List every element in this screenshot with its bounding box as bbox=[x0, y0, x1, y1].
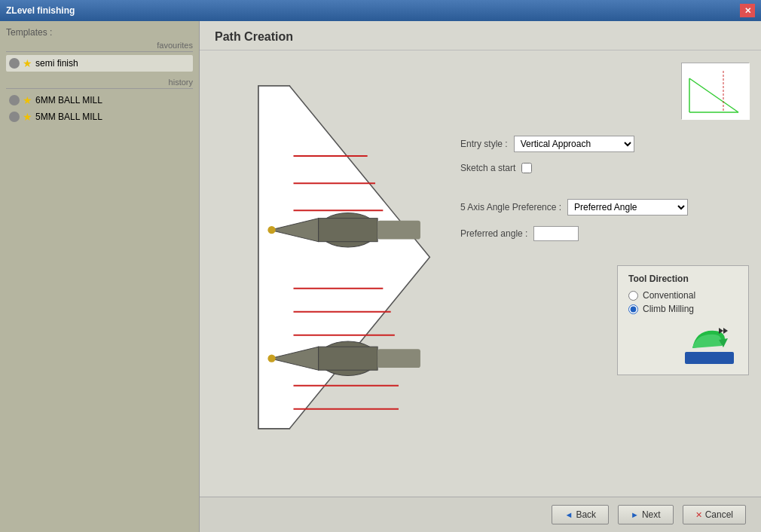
sketch-start-label: Sketch a start bbox=[460, 163, 515, 173]
window-title: ZLevel finishing bbox=[6, 5, 75, 16]
svg-rect-17 bbox=[377, 349, 420, 368]
workpiece-illustration bbox=[212, 63, 445, 436]
svg-point-8 bbox=[267, 226, 275, 234]
sidebar-item-semi-finish[interactable]: ★ semi finish bbox=[6, 55, 193, 72]
svg-rect-25 bbox=[685, 352, 734, 364]
svg-rect-6 bbox=[319, 219, 378, 242]
svg-point-16 bbox=[267, 355, 275, 362]
conventional-label[interactable]: Conventional bbox=[643, 290, 695, 301]
templates-label: Templates : bbox=[6, 27, 193, 38]
entry-style-label: Entry style : bbox=[460, 139, 508, 149]
preferred-angle-row: Preferred angle : 90 bbox=[460, 226, 749, 241]
svg-rect-20 bbox=[682, 63, 750, 120]
back-arrow-icon: ◄ bbox=[564, 510, 573, 519]
conventional-radio[interactable] bbox=[628, 291, 638, 301]
svg-marker-28 bbox=[723, 328, 728, 334]
climb-milling-label[interactable]: Climb Milling bbox=[643, 304, 694, 314]
preferred-angle-label: Preferred angle : bbox=[460, 228, 527, 239]
milling-icon bbox=[681, 322, 738, 367]
axis-angle-label: 5 Axis Angle Preference : bbox=[460, 202, 561, 212]
sidebar-item-label-6mm: 6MM BALL MILL bbox=[35, 95, 102, 105]
cancel-x-icon: ✕ bbox=[695, 510, 702, 520]
sidebar-item-5mm[interactable]: ★ 5MM BALL MILL bbox=[6, 109, 193, 125]
entry-style-row: Entry style : Vertical Approach Horizont… bbox=[460, 136, 749, 152]
axis-angle-row: 5 Axis Angle Preference : Preferred Angl… bbox=[460, 199, 749, 216]
tool-direction-box: Tool Direction Conventional Climb Millin… bbox=[617, 265, 749, 375]
sketch-start-row: Sketch a start bbox=[460, 163, 749, 173]
main-layout: Templates : favourites ★ semi finish his… bbox=[0, 21, 761, 532]
back-label: Back bbox=[576, 509, 596, 520]
next-arrow-icon: ► bbox=[631, 510, 639, 519]
star-icon-semi-finish: ★ bbox=[23, 57, 32, 69]
item-circle-icon-6mm bbox=[9, 95, 20, 105]
climb-milling-radio[interactable] bbox=[628, 304, 638, 314]
bottom-bar: ◄ Back ► Next ✕ Cancel bbox=[200, 497, 761, 532]
page-title: Path Creation bbox=[200, 21, 761, 50]
preferred-angle-input[interactable]: 90 bbox=[533, 226, 579, 241]
svg-rect-9 bbox=[377, 221, 420, 240]
favourites-label: favourites bbox=[6, 41, 193, 52]
illustration-panel bbox=[212, 63, 445, 485]
back-button[interactable]: ◄ Back bbox=[552, 505, 609, 524]
star-icon-5mm: ★ bbox=[23, 111, 32, 123]
content-area: Path Creation bbox=[200, 21, 761, 532]
close-button[interactable]: ✕ bbox=[740, 4, 755, 17]
cancel-button[interactable]: ✕ Cancel bbox=[683, 505, 746, 524]
title-bar: ZLevel finishing ✕ bbox=[0, 0, 761, 21]
sketch-start-checkbox[interactable] bbox=[521, 163, 532, 173]
sidebar-item-6mm[interactable]: ★ 6MM BALL MILL bbox=[6, 92, 193, 109]
history-label: history bbox=[6, 78, 193, 89]
item-circle-icon bbox=[9, 58, 20, 69]
axis-angle-select[interactable]: Preferred Angle Minimum Maximum bbox=[567, 199, 688, 216]
conventional-row: Conventional bbox=[628, 290, 738, 301]
svg-marker-1 bbox=[258, 86, 429, 429]
entry-style-select[interactable]: Vertical Approach Horizontal Approach Pl… bbox=[514, 136, 634, 152]
tool-direction-title: Tool Direction bbox=[628, 274, 738, 284]
climb-milling-row: Climb Milling bbox=[628, 304, 738, 314]
content-body: Entry style : Vertical Approach Horizont… bbox=[200, 50, 761, 497]
star-icon-6mm: ★ bbox=[23, 94, 32, 106]
next-button[interactable]: ► Next bbox=[618, 505, 674, 524]
sidebar: Templates : favourites ★ semi finish his… bbox=[0, 21, 200, 532]
cancel-label: Cancel bbox=[705, 509, 733, 520]
svg-rect-14 bbox=[319, 347, 378, 370]
next-label: Next bbox=[642, 509, 661, 520]
preview-box bbox=[681, 63, 749, 119]
sidebar-item-label-semi-finish: semi finish bbox=[35, 58, 78, 69]
sidebar-item-label-5mm: 5MM BALL MILL bbox=[35, 112, 102, 122]
item-circle-icon-5mm bbox=[9, 112, 20, 122]
controls-panel: Entry style : Vertical Approach Horizont… bbox=[460, 63, 749, 485]
